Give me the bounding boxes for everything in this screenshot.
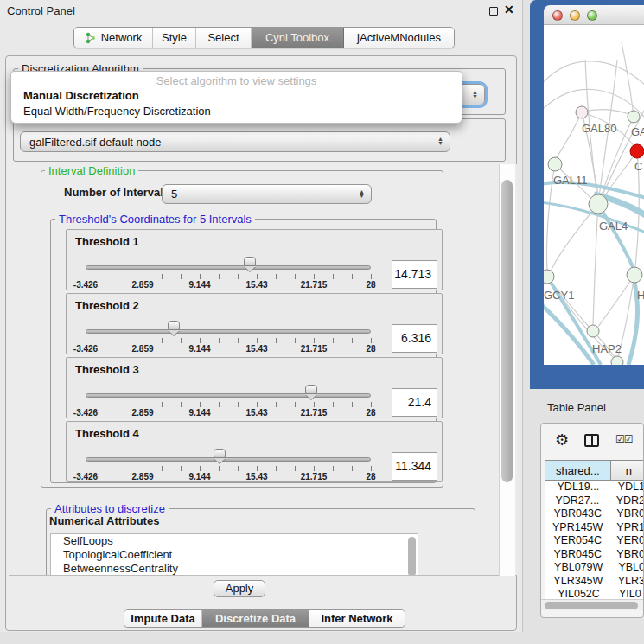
- network-node[interactable]: [630, 144, 644, 158]
- window-minimize-light[interactable]: [570, 10, 580, 21]
- axis-tick: [352, 274, 353, 279]
- slider-track[interactable]: [86, 329, 371, 334]
- scrollbar-thumb[interactable]: [501, 180, 513, 482]
- axis-tick: [124, 274, 124, 279]
- slider-thumb[interactable]: [305, 385, 317, 394]
- network-node[interactable]: [589, 194, 608, 214]
- axis-tick: [295, 274, 296, 279]
- table-panel: ⚙ ☑☑ shared... n YDL19...YDL1YDR27...YDR…: [540, 423, 644, 618]
- control-panel-title: Control Panel: [7, 4, 75, 17]
- network-node[interactable]: [576, 106, 588, 118]
- tab-infer-network[interactable]: Infer Network: [309, 610, 405, 627]
- cell-name: YDR2: [610, 494, 644, 508]
- axis-tick-label: 9.144: [188, 408, 210, 418]
- table-rows: YDL19...YDL1YDR27...YDR2YBR043CYBR0YPR14…: [545, 481, 644, 599]
- attribute-list-item[interactable]: SelfLoops: [51, 534, 418, 548]
- apply-button[interactable]: Apply: [214, 580, 265, 597]
- table-row[interactable]: YDR27...YDR2: [545, 494, 644, 508]
- select-columns-icon[interactable]: ☑☑: [615, 433, 633, 445]
- table-row[interactable]: YIL052CYIL0: [545, 588, 644, 599]
- network-node[interactable]: [544, 270, 554, 284]
- axis-tick: [238, 338, 239, 343]
- node-label: GAL11: [553, 174, 588, 187]
- axis-tick-label: 9.144: [188, 344, 210, 354]
- table-row[interactable]: YBR045CYBR0: [545, 548, 644, 562]
- slider-thumb[interactable]: [168, 321, 180, 330]
- slider-thumb[interactable]: [214, 449, 226, 458]
- tab-network[interactable]: Network: [74, 28, 153, 48]
- attribute-list-item[interactable]: TopologicalCoefficient: [51, 548, 418, 562]
- table-row[interactable]: YLR345WYLR3: [545, 575, 644, 589]
- split-columns-icon[interactable]: [584, 434, 599, 447]
- table-panel-title: Table Panel: [547, 401, 606, 414]
- control-panel-titlebar: Control Panel ✕: [0, 0, 523, 22]
- axis-tick-label: -3.426: [73, 344, 98, 354]
- combo-stepper-icon: ▲▼: [359, 190, 365, 199]
- threshold-value-field[interactable]: 21.4: [392, 388, 437, 417]
- tab-jactivemnodules[interactable]: jActiveMNodules: [344, 28, 454, 48]
- window-close-light[interactable]: [552, 10, 563, 21]
- cell-name: YBR0: [610, 507, 644, 521]
- threshold-value-field[interactable]: 14.713: [392, 260, 437, 289]
- dropdown-option[interactable]: Manual Discretization: [11, 88, 462, 104]
- table-row[interactable]: YER054CYER0: [545, 534, 644, 548]
- slider-thumb[interactable]: [244, 257, 256, 266]
- network-icon: [85, 32, 97, 44]
- axis-tick: [238, 466, 239, 471]
- column-header-name[interactable]: n: [611, 460, 644, 481]
- axis-tick: [86, 338, 86, 343]
- network-window-titlebar[interactable]: [544, 5, 644, 25]
- slider-track[interactable]: [86, 265, 371, 270]
- numerical-attributes-label: Numerical Attributes: [49, 514, 159, 527]
- combo-stepper-icon: ▲▼: [472, 91, 478, 99]
- dropdown-placeholder-option[interactable]: Select algorithm to view settings: [11, 72, 462, 88]
- numerical-attributes-list[interactable]: SelfLoopsTopologicalCoefficientBetweenne…: [50, 533, 418, 576]
- axis-tick-label: 21.715: [301, 280, 328, 290]
- network-node[interactable]: [548, 157, 562, 171]
- network-edge: [598, 204, 633, 267]
- combo-stepper-icon: ▲▼: [437, 137, 443, 146]
- threshold-label: Threshold 2: [75, 299, 139, 312]
- tab-select[interactable]: Select: [196, 28, 252, 48]
- tab-cyni-toolbox[interactable]: Cyni Toolbox: [252, 28, 344, 48]
- threshold-label: Threshold 1: [75, 235, 139, 248]
- network-node[interactable]: [627, 267, 642, 283]
- tab-impute-data[interactable]: Impute Data: [124, 610, 202, 627]
- network-node[interactable]: [587, 325, 599, 337]
- close-icon[interactable]: ✕: [504, 3, 514, 16]
- list-scrollbar[interactable]: [408, 537, 416, 576]
- column-header-shared-name[interactable]: shared...: [545, 460, 611, 481]
- network-node[interactable]: [628, 111, 640, 123]
- window-zoom-light[interactable]: [587, 10, 597, 21]
- cell-name: YER0: [610, 534, 644, 548]
- number-of-intervals-combobox[interactable]: 5 ▲▼: [162, 184, 372, 204]
- tab-style[interactable]: Style: [153, 28, 196, 48]
- threshold-value-field[interactable]: 11.344: [392, 452, 437, 481]
- axis-tick-label: 21.715: [301, 344, 328, 354]
- network-view-canvas[interactable]: GAL80GACGAL11GAL4GCY1HHAP2: [544, 25, 644, 365]
- slider-track[interactable]: [86, 457, 371, 462]
- tab-discretize-data[interactable]: Discretize Data: [202, 610, 309, 627]
- network-edge: [628, 283, 638, 365]
- dropdown-option[interactable]: Equal Width/Frequency Discretization: [11, 104, 462, 119]
- table-row[interactable]: YDL19...YDL1: [545, 481, 644, 494]
- axis-tick-label: 15.43: [245, 408, 267, 418]
- table-data-combobox[interactable]: galFiltered.sif default node ▲▼: [20, 131, 450, 152]
- scrollbar-thumb[interactable]: [545, 602, 638, 609]
- axis-tick-label: 15.43: [245, 344, 267, 354]
- table-horizontal-scrollbar[interactable]: [541, 599, 643, 610]
- settings-vertical-scrollbar[interactable]: [499, 164, 515, 576]
- node-label: GAL4: [599, 220, 628, 233]
- cell-shared-name: YBL079W: [545, 561, 612, 575]
- threshold-value-field[interactable]: 6.316: [392, 324, 437, 353]
- slider-track[interactable]: [86, 393, 371, 398]
- axis-tick-label: 2.859: [131, 408, 153, 418]
- float-window-icon[interactable]: [489, 7, 498, 16]
- table-row[interactable]: YBR043CYBR0: [545, 507, 644, 521]
- table-row[interactable]: YPR145WYPR1: [545, 521, 644, 535]
- attribute-list-item[interactable]: BetweennessCentrality: [51, 562, 418, 576]
- table-row[interactable]: YBL079WYBL0: [545, 561, 644, 575]
- axis-tick: [143, 402, 143, 407]
- gear-icon[interactable]: ⚙: [555, 430, 569, 450]
- network-node[interactable]: [611, 356, 623, 365]
